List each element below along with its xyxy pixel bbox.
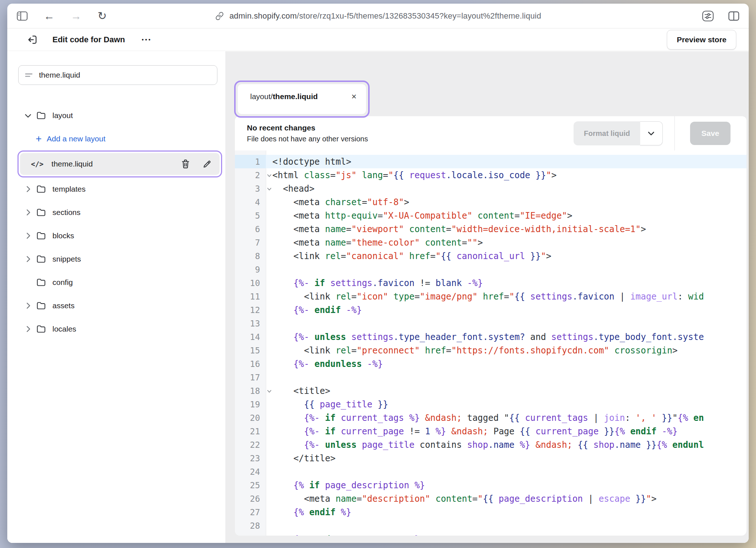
chevron-down-icon[interactable] [23,113,34,118]
address-bar[interactable]: admin.shopify.com/store/rzq1xu-f5/themes… [215,11,541,21]
folder-icon [35,255,47,263]
tab-close-icon[interactable]: × [351,92,357,101]
code-text: <!doctype html> [266,155,747,168]
add-new-layout-link[interactable]: +Add a new layout [7,127,225,150]
code-line-22[interactable]: 22 {%- unless page_title contains shop.n… [235,438,747,451]
folder-icon [35,325,47,333]
sidebar-item-layout[interactable]: layout [7,104,225,127]
code-line-21[interactable]: 21 {%- if current_page != 1 %} &ndash; P… [235,424,747,438]
folder-icon [35,185,47,193]
line-number: 25 [235,478,266,492]
code-line-11[interactable]: 11 <link rel="icon" type="image/png" hre… [235,290,747,303]
code-line-2[interactable]: 2<html class="js" lang="{{ request.local… [235,168,747,182]
split-view-icon[interactable] [728,11,739,21]
code-text [266,317,747,330]
code-text [266,519,747,532]
line-number: 29 [235,532,266,536]
code-line-28[interactable]: 28 [235,519,747,532]
code-line-26[interactable]: 26 <meta name="description" content="{{ … [235,492,747,505]
code-line-3[interactable]: 3 <head> [235,182,747,195]
line-number: 28 [235,519,266,532]
code-line-5[interactable]: 5 <meta http-equiv="X-UA-Compatible" con… [235,209,747,222]
code-file-icon: </> [31,160,43,168]
code-line-13[interactable]: 13 [235,317,747,330]
code-line-25[interactable]: 25 {% if page_description %} [235,478,747,492]
back-icon[interactable]: ← [44,11,55,21]
code-line-12[interactable]: 12 {%- endif -%} [235,303,747,317]
sidebar-toggle-icon[interactable] [17,11,28,21]
folder-icon [35,278,47,287]
sidebar-item-snippets[interactable]: snippets [7,247,225,271]
code-line-17[interactable]: 17 [235,371,747,384]
code-line-23[interactable]: 23 </title> [235,451,747,465]
plus-icon: + [36,134,42,144]
chevron-right-icon[interactable] [23,209,34,216]
code-line-8[interactable]: 8 <link rel="canonical" href="{{ canonic… [235,249,747,263]
sidebar-item-sections[interactable]: sections [7,201,225,224]
code-line-19[interactable]: 19 {{ page_title }} [235,398,747,411]
code-line-29[interactable]: 29 {% render 'meta-tags' %} [235,532,747,536]
chevron-right-icon[interactable] [23,325,34,333]
more-menu-button[interactable]: ••• [142,36,152,43]
code-text: {%- if current_tags %} &ndash; tagged "{… [266,411,747,424]
sidebar-item-config[interactable]: config [7,271,225,294]
tab-path-prefix: layout/ [250,92,273,101]
sidebar-item-locales[interactable]: locales [7,317,225,341]
browser-chrome: ← → ↻ admin.shopify.com/store/rzq1xu-f5/… [7,4,749,28]
filter-icon [25,74,32,77]
code-line-15[interactable]: 15 <link rel="preconnect" href="https://… [235,344,747,357]
code-line-14[interactable]: 14 {%- unless settings.type_header_font.… [235,330,747,344]
code-line-24[interactable]: 24 [235,465,747,478]
code-text: </title> [266,451,747,465]
editor-toolbar: No recent changes File does not have any… [235,116,747,150]
code-text: {{ page_title }} [266,398,747,411]
preview-store-button[interactable]: Preview store [667,30,736,50]
chevron-right-icon[interactable] [23,232,34,239]
format-liquid-button[interactable]: Format liquid [574,121,640,145]
fold-chevron-icon[interactable] [267,390,272,393]
tune-icon[interactable] [702,11,714,21]
code-text: {% render 'meta-tags' %} [266,532,747,536]
code-line-9[interactable]: 9 [235,263,747,276]
code-line-7[interactable]: 7 <meta name="theme-color" content=""> [235,236,747,249]
code-line-16[interactable]: 16 {%- endunless -%} [235,357,747,371]
sidebar-item-templates[interactable]: templates [7,177,225,201]
code-line-10[interactable]: 10 {%- if settings.favicon != blank -%} [235,276,747,290]
code-line-18[interactable]: 18 <title> [235,384,747,398]
code-line-1[interactable]: 1<!doctype html> [235,155,747,168]
search-input[interactable] [38,70,210,80]
line-number: 20 [235,411,266,424]
code-line-27[interactable]: 27 {% endif %} [235,505,747,519]
exit-icon[interactable] [27,34,38,45]
rename-file-icon[interactable] [202,160,212,169]
active-tab-highlight: layout/theme.liquid × [234,81,370,118]
chevron-down-icon [648,132,654,136]
reload-icon[interactable]: ↻ [98,11,107,21]
code-line-6[interactable]: 6 <meta name="viewport" content="width=d… [235,222,747,236]
file-search[interactable] [18,65,217,85]
format-liquid-dropdown[interactable] [640,121,663,145]
sidebar-item-assets[interactable]: assets [7,294,225,317]
forward-icon[interactable]: → [71,11,82,21]
code-text: <meta name="viewport" content="width=dev… [266,222,747,236]
code-editor-pane: layout/theme.liquid × No recent changes … [226,51,749,543]
status-subtitle: File does not have any other versions [247,135,368,143]
code-area[interactable]: 1<!doctype html>2<html class="js" lang="… [235,150,747,536]
sidebar-item-theme-liquid[interactable]: </>theme.liquid [20,153,220,175]
chevron-right-icon[interactable] [23,255,34,263]
fold-chevron-icon[interactable] [267,188,272,191]
code-line-20[interactable]: 20 {%- if current_tags %} &ndash; tagged… [235,411,747,424]
chevron-right-icon[interactable] [23,185,34,193]
fold-chevron-icon[interactable] [267,174,272,177]
line-number: 8 [235,249,266,263]
delete-file-icon[interactable] [181,159,190,169]
chevron-right-icon[interactable] [23,302,34,309]
tab-theme-liquid[interactable]: layout/theme.liquid × [238,84,366,114]
code-line-4[interactable]: 4 <meta charset="utf-8"> [235,195,747,209]
save-button[interactable]: Save [690,122,731,145]
page-title: Edit code for Dawn [52,35,125,44]
line-number: 16 [235,357,266,371]
line-number: 7 [235,236,266,249]
code-text: {%- if settings.favicon != blank -%} [266,276,747,290]
sidebar-item-blocks[interactable]: blocks [7,224,225,247]
